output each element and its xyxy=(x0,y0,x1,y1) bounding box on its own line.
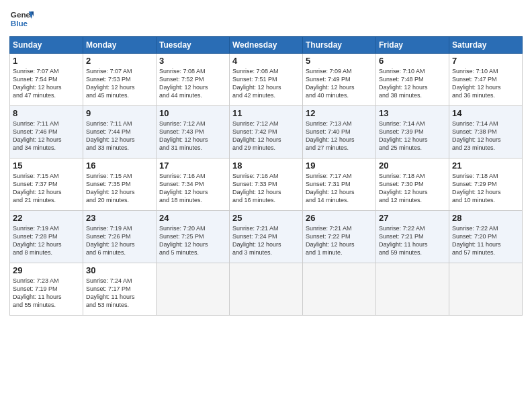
col-thursday: Thursday xyxy=(303,37,376,54)
day-number: 10 xyxy=(159,108,226,118)
day-info: Sunrise: 7:21 AM Sunset: 7:24 PM Dayligh… xyxy=(232,224,300,257)
day-info: Sunrise: 7:10 AM Sunset: 7:48 PM Dayligh… xyxy=(379,67,446,100)
calendar-row: 22Sunrise: 7:19 AM Sunset: 7:28 PM Dayli… xyxy=(10,211,523,263)
col-tuesday: Tuesday xyxy=(157,37,230,54)
calendar-cell: 28Sunrise: 7:22 AM Sunset: 7:20 PM Dayli… xyxy=(449,211,523,263)
calendar-cell: 25Sunrise: 7:21 AM Sunset: 7:24 PM Dayli… xyxy=(230,211,303,263)
day-number: 23 xyxy=(86,213,153,223)
day-number: 4 xyxy=(232,56,300,66)
calendar-cell: 11Sunrise: 7:12 AM Sunset: 7:42 PM Dayli… xyxy=(230,106,303,158)
day-info: Sunrise: 7:23 AM Sunset: 7:19 PM Dayligh… xyxy=(13,277,80,310)
col-wednesday: Wednesday xyxy=(230,37,303,54)
calendar-cell: 18Sunrise: 7:16 AM Sunset: 7:33 PM Dayli… xyxy=(230,158,303,211)
day-number: 7 xyxy=(452,56,519,66)
calendar-cell: 22Sunrise: 7:19 AM Sunset: 7:28 PM Dayli… xyxy=(10,211,83,263)
day-info: Sunrise: 7:16 AM Sunset: 7:33 PM Dayligh… xyxy=(232,172,300,205)
calendar-cell: 6Sunrise: 7:10 AM Sunset: 7:48 PM Daylig… xyxy=(376,54,449,106)
day-info: Sunrise: 7:21 AM Sunset: 7:22 PM Dayligh… xyxy=(306,224,373,257)
day-number: 29 xyxy=(13,265,80,275)
day-number: 3 xyxy=(159,56,226,66)
day-info: Sunrise: 7:12 AM Sunset: 7:42 PM Dayligh… xyxy=(232,120,300,152)
calendar-cell xyxy=(230,263,303,316)
day-number: 8 xyxy=(13,108,80,118)
day-info: Sunrise: 7:15 AM Sunset: 7:37 PM Dayligh… xyxy=(13,172,80,205)
main-container: General Blue Sunday Monday Tuesday Wedne… xyxy=(0,0,532,322)
day-number: 15 xyxy=(13,161,80,171)
calendar-cell: 14Sunrise: 7:14 AM Sunset: 7:38 PM Dayli… xyxy=(449,106,523,158)
calendar-cell: 10Sunrise: 7:12 AM Sunset: 7:43 PM Dayli… xyxy=(157,106,230,158)
day-info: Sunrise: 7:18 AM Sunset: 7:29 PM Dayligh… xyxy=(452,172,519,205)
day-info: Sunrise: 7:19 AM Sunset: 7:26 PM Dayligh… xyxy=(86,224,153,257)
day-number: 18 xyxy=(232,161,300,171)
logo: General Blue xyxy=(9,7,34,31)
calendar-cell: 12Sunrise: 7:13 AM Sunset: 7:40 PM Dayli… xyxy=(303,106,376,158)
day-number: 6 xyxy=(379,56,446,66)
calendar-cell: 27Sunrise: 7:22 AM Sunset: 7:21 PM Dayli… xyxy=(376,211,449,263)
day-info: Sunrise: 7:14 AM Sunset: 7:38 PM Dayligh… xyxy=(452,120,519,152)
day-number: 30 xyxy=(86,265,153,275)
day-info: Sunrise: 7:15 AM Sunset: 7:35 PM Dayligh… xyxy=(86,172,153,205)
day-info: Sunrise: 7:19 AM Sunset: 7:28 PM Dayligh… xyxy=(13,224,80,257)
calendar-table: Sunday Monday Tuesday Wednesday Thursday… xyxy=(9,36,523,316)
day-info: Sunrise: 7:08 AM Sunset: 7:52 PM Dayligh… xyxy=(159,67,226,100)
calendar-cell: 7Sunrise: 7:10 AM Sunset: 7:47 PM Daylig… xyxy=(449,54,523,106)
calendar-cell: 23Sunrise: 7:19 AM Sunset: 7:26 PM Dayli… xyxy=(83,211,157,263)
day-number: 21 xyxy=(452,161,519,171)
calendar-cell: 29Sunrise: 7:23 AM Sunset: 7:19 PM Dayli… xyxy=(10,263,83,316)
calendar-cell: 3Sunrise: 7:08 AM Sunset: 7:52 PM Daylig… xyxy=(157,54,230,106)
day-number: 14 xyxy=(452,108,519,118)
calendar-cell: 24Sunrise: 7:20 AM Sunset: 7:25 PM Dayli… xyxy=(157,211,230,263)
calendar-row: 15Sunrise: 7:15 AM Sunset: 7:37 PM Dayli… xyxy=(10,158,523,211)
day-number: 16 xyxy=(86,161,153,171)
calendar-cell: 15Sunrise: 7:15 AM Sunset: 7:37 PM Dayli… xyxy=(10,158,83,211)
calendar-cell: 9Sunrise: 7:11 AM Sunset: 7:44 PM Daylig… xyxy=(83,106,157,158)
col-friday: Friday xyxy=(376,37,449,54)
day-info: Sunrise: 7:17 AM Sunset: 7:31 PM Dayligh… xyxy=(306,172,373,205)
day-info: Sunrise: 7:13 AM Sunset: 7:40 PM Dayligh… xyxy=(306,120,373,152)
calendar-cell: 5Sunrise: 7:09 AM Sunset: 7:49 PM Daylig… xyxy=(303,54,376,106)
logo-icon: General Blue xyxy=(9,7,34,31)
day-number: 9 xyxy=(86,108,153,118)
day-info: Sunrise: 7:11 AM Sunset: 7:46 PM Dayligh… xyxy=(13,120,80,152)
day-number: 1 xyxy=(13,56,80,66)
col-sunday: Sunday xyxy=(10,37,83,54)
col-saturday: Saturday xyxy=(449,37,523,54)
calendar-cell xyxy=(157,263,230,316)
day-info: Sunrise: 7:18 AM Sunset: 7:30 PM Dayligh… xyxy=(379,172,446,205)
calendar-cell: 2Sunrise: 7:07 AM Sunset: 7:53 PM Daylig… xyxy=(83,54,157,106)
calendar-cell: 30Sunrise: 7:24 AM Sunset: 7:17 PM Dayli… xyxy=(83,263,157,316)
day-number: 25 xyxy=(232,213,300,223)
calendar-cell: 13Sunrise: 7:14 AM Sunset: 7:39 PM Dayli… xyxy=(376,106,449,158)
day-info: Sunrise: 7:16 AM Sunset: 7:34 PM Dayligh… xyxy=(159,172,226,205)
svg-text:Blue: Blue xyxy=(11,19,28,28)
day-info: Sunrise: 7:11 AM Sunset: 7:44 PM Dayligh… xyxy=(86,120,153,152)
day-info: Sunrise: 7:20 AM Sunset: 7:25 PM Dayligh… xyxy=(159,224,226,257)
calendar-row: 29Sunrise: 7:23 AM Sunset: 7:19 PM Dayli… xyxy=(10,263,523,316)
day-number: 20 xyxy=(379,161,446,171)
day-info: Sunrise: 7:08 AM Sunset: 7:51 PM Dayligh… xyxy=(232,67,300,100)
day-info: Sunrise: 7:22 AM Sunset: 7:21 PM Dayligh… xyxy=(379,224,446,257)
day-number: 11 xyxy=(232,108,300,118)
day-info: Sunrise: 7:07 AM Sunset: 7:53 PM Dayligh… xyxy=(86,67,153,100)
day-info: Sunrise: 7:09 AM Sunset: 7:49 PM Dayligh… xyxy=(306,67,373,100)
day-info: Sunrise: 7:14 AM Sunset: 7:39 PM Dayligh… xyxy=(379,120,446,152)
day-number: 26 xyxy=(306,213,373,223)
calendar-cell xyxy=(449,263,523,316)
col-monday: Monday xyxy=(83,37,157,54)
calendar-cell: 17Sunrise: 7:16 AM Sunset: 7:34 PM Dayli… xyxy=(157,158,230,211)
day-number: 24 xyxy=(159,213,226,223)
day-info: Sunrise: 7:24 AM Sunset: 7:17 PM Dayligh… xyxy=(86,277,153,310)
calendar-cell xyxy=(303,263,376,316)
calendar-row: 1Sunrise: 7:07 AM Sunset: 7:54 PM Daylig… xyxy=(10,54,523,106)
calendar-cell: 21Sunrise: 7:18 AM Sunset: 7:29 PM Dayli… xyxy=(449,158,523,211)
calendar-cell: 1Sunrise: 7:07 AM Sunset: 7:54 PM Daylig… xyxy=(10,54,83,106)
day-number: 28 xyxy=(452,213,519,223)
day-number: 5 xyxy=(306,56,373,66)
day-number: 27 xyxy=(379,213,446,223)
calendar-row: 8Sunrise: 7:11 AM Sunset: 7:46 PM Daylig… xyxy=(10,106,523,158)
calendar-cell: 8Sunrise: 7:11 AM Sunset: 7:46 PM Daylig… xyxy=(10,106,83,158)
day-info: Sunrise: 7:22 AM Sunset: 7:20 PM Dayligh… xyxy=(452,224,519,257)
day-info: Sunrise: 7:12 AM Sunset: 7:43 PM Dayligh… xyxy=(159,120,226,152)
header-row: Sunday Monday Tuesday Wednesday Thursday… xyxy=(10,37,523,54)
calendar-cell: 4Sunrise: 7:08 AM Sunset: 7:51 PM Daylig… xyxy=(230,54,303,106)
